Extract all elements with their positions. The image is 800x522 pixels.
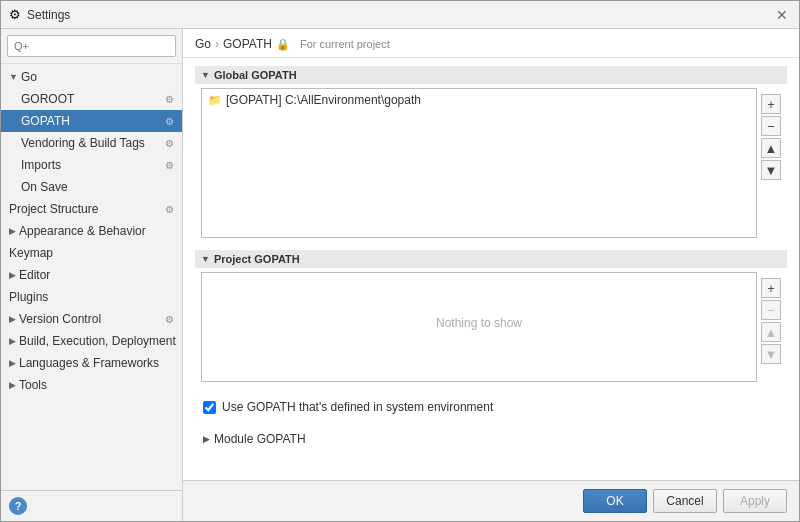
- config-icon-gopath: ⚙: [165, 116, 174, 127]
- nothing-to-show: Nothing to show: [202, 273, 756, 373]
- sidebar: ▼ Go GOROOT ⚙ GOPATH ⚙ Vendoring & Build…: [1, 29, 183, 521]
- content-body: ▼ Global GOPATH 📁 [GOPATH] C:\AllEnviron…: [183, 58, 799, 480]
- sidebar-item-goroot[interactable]: GOROOT ⚙: [1, 88, 182, 110]
- sidebar-item-gopath[interactable]: GOPATH ⚙: [1, 110, 182, 132]
- project-gopath-label: Project GOPATH: [214, 253, 300, 265]
- expand-arrow-appearance: ▶: [9, 226, 16, 236]
- sidebar-item-label-keymap: Keymap: [9, 246, 53, 260]
- project-side-buttons: + − ▲ ▼: [761, 278, 781, 364]
- sidebar-item-label-editor: Editor: [19, 268, 50, 282]
- gopath-path: [GOPATH] C:\AllEnvironment\gopath: [226, 93, 421, 107]
- sidebar-item-build[interactable]: ▶ Build, Execution, Deployment: [1, 330, 182, 352]
- sidebar-item-label-gopath: GOPATH: [21, 114, 70, 128]
- breadcrumb-separator: ›: [215, 37, 219, 51]
- config-icon-project: ⚙: [165, 204, 174, 215]
- expand-arrow-editor: ▶: [9, 270, 16, 280]
- search-input[interactable]: [7, 35, 176, 57]
- sidebar-item-keymap[interactable]: Keymap: [1, 242, 182, 264]
- apply-button[interactable]: Apply: [723, 489, 787, 513]
- content-area: Go › GOPATH 🔒 For current project ▼ Glob…: [183, 29, 799, 521]
- use-gopath-checkbox[interactable]: [203, 401, 216, 414]
- sidebar-item-label-plugins: Plugins: [9, 290, 48, 304]
- global-gopath-section: ▼ Global GOPATH 📁 [GOPATH] C:\AllEnviron…: [195, 66, 787, 242]
- sidebar-item-appearance[interactable]: ▶ Appearance & Behavior: [1, 220, 182, 242]
- list-item[interactable]: 📁 [GOPATH] C:\AllEnvironment\gopath: [202, 89, 756, 111]
- project-gopath-body: Nothing to show + − ▲ ▼: [195, 272, 787, 382]
- expand-arrow-build: ▶: [9, 336, 16, 346]
- sidebar-item-label-go: Go: [21, 70, 37, 84]
- expand-arrow-tools: ▶: [9, 380, 16, 390]
- use-gopath-label: Use GOPATH that's defined in system envi…: [222, 400, 493, 414]
- sidebar-item-languages[interactable]: ▶ Languages & Frameworks: [1, 352, 182, 374]
- sidebar-item-project-structure[interactable]: Project Structure ⚙: [1, 198, 182, 220]
- lock-icon: 🔒: [276, 38, 290, 51]
- search-box: [1, 29, 182, 64]
- for-current-project-label: For current project: [300, 38, 390, 50]
- folder-icon: 📁: [208, 94, 222, 107]
- breadcrumb-parent: Go: [195, 37, 211, 51]
- sidebar-item-tools[interactable]: ▶ Tools: [1, 374, 182, 396]
- config-icon-goroot: ⚙: [165, 94, 174, 105]
- ok-button[interactable]: OK: [583, 489, 647, 513]
- sidebar-item-label-onsave: On Save: [21, 180, 68, 194]
- sidebar-item-version-control[interactable]: ▶ Version Control ⚙: [1, 308, 182, 330]
- breadcrumb-current: GOPATH: [223, 37, 272, 51]
- gear-icon: ⚙: [9, 7, 21, 22]
- global-gopath-header[interactable]: ▼ Global GOPATH: [195, 66, 787, 84]
- sidebar-item-go[interactable]: ▼ Go: [1, 66, 182, 88]
- project-gopath-section: ▼ Project GOPATH Nothing to show + − ▲ ▼: [195, 250, 787, 386]
- sidebar-item-plugins[interactable]: Plugins: [1, 286, 182, 308]
- sidebar-item-label-tools: Tools: [19, 378, 47, 392]
- module-gopath-section: ▶ Module GOPATH: [195, 428, 787, 450]
- global-gopath-label: Global GOPATH: [214, 69, 297, 81]
- expand-arrow-vc: ▶: [9, 314, 16, 324]
- nav-tree: ▼ Go GOROOT ⚙ GOPATH ⚙ Vendoring & Build…: [1, 64, 182, 490]
- module-gopath-header[interactable]: ▶ Module GOPATH: [195, 428, 787, 450]
- sidebar-item-label-imports: Imports: [21, 158, 61, 172]
- sidebar-item-imports[interactable]: Imports ⚙: [1, 154, 182, 176]
- expand-arrow-lang: ▶: [9, 358, 16, 368]
- project-gopath-list: Nothing to show: [201, 272, 757, 382]
- titlebar-left: ⚙ Settings: [9, 7, 70, 22]
- sidebar-item-label-appearance: Appearance & Behavior: [19, 224, 146, 238]
- config-icon-vc: ⚙: [165, 314, 174, 325]
- project-add-button[interactable]: +: [761, 278, 781, 298]
- global-remove-button[interactable]: −: [761, 116, 781, 136]
- cancel-button[interactable]: Cancel: [653, 489, 717, 513]
- titlebar: ⚙ Settings ✕: [1, 1, 799, 29]
- main-content: ▼ Go GOROOT ⚙ GOPATH ⚙ Vendoring & Build…: [1, 29, 799, 521]
- project-gopath-header[interactable]: ▼ Project GOPATH: [195, 250, 787, 268]
- close-button[interactable]: ✕: [773, 6, 791, 24]
- config-icon-imports: ⚙: [165, 160, 174, 171]
- sidebar-item-label-build: Build, Execution, Deployment: [19, 334, 176, 348]
- checkbox-row: Use GOPATH that's defined in system envi…: [195, 394, 787, 420]
- help-button[interactable]: ?: [9, 497, 27, 515]
- project-down-button[interactable]: ▼: [761, 344, 781, 364]
- expand-arrow-go: ▼: [9, 72, 18, 82]
- sidebar-item-label-vendoring: Vendoring & Build Tags: [21, 136, 145, 150]
- content-header: Go › GOPATH 🔒 For current project: [183, 29, 799, 58]
- module-gopath-label: Module GOPATH: [214, 432, 306, 446]
- global-gopath-list: 📁 [GOPATH] C:\AllEnvironment\gopath: [201, 88, 757, 238]
- global-section-arrow: ▼: [201, 70, 210, 80]
- sidebar-item-vendoring[interactable]: Vendoring & Build Tags ⚙: [1, 132, 182, 154]
- settings-window: ⚙ Settings ✕ ▼ Go GOROOT ⚙: [0, 0, 800, 522]
- sidebar-item-onsave[interactable]: On Save: [1, 176, 182, 198]
- project-remove-button[interactable]: −: [761, 300, 781, 320]
- global-up-button[interactable]: ▲: [761, 138, 781, 158]
- module-arrow: ▶: [203, 434, 210, 444]
- titlebar-title: Settings: [27, 8, 70, 22]
- sidebar-item-label-languages: Languages & Frameworks: [19, 356, 159, 370]
- sidebar-item-label-vc: Version Control: [19, 312, 101, 326]
- sidebar-item-label-project: Project Structure: [9, 202, 98, 216]
- sidebar-item-label-goroot: GOROOT: [21, 92, 74, 106]
- global-add-button[interactable]: +: [761, 94, 781, 114]
- footer: OK Cancel Apply: [183, 480, 799, 521]
- global-gopath-body: 📁 [GOPATH] C:\AllEnvironment\gopath + − …: [195, 88, 787, 238]
- global-side-buttons: + − ▲ ▼: [761, 94, 781, 180]
- sidebar-item-editor[interactable]: ▶ Editor: [1, 264, 182, 286]
- project-up-button[interactable]: ▲: [761, 322, 781, 342]
- project-section-arrow: ▼: [201, 254, 210, 264]
- global-down-button[interactable]: ▼: [761, 160, 781, 180]
- config-icon-vendoring: ⚙: [165, 138, 174, 149]
